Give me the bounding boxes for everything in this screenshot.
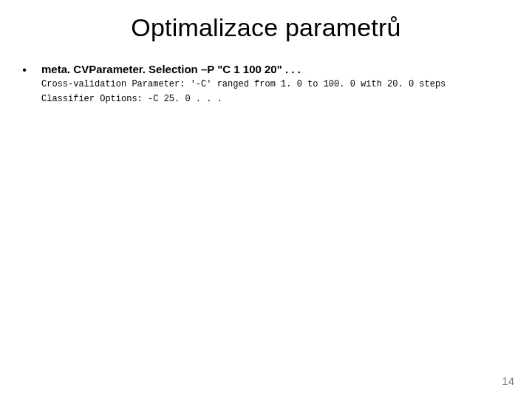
slide-title: Optimalizace parametrů xyxy=(0,0,532,63)
code-line-1: Cross-validation Parameter: '-C' ranged … xyxy=(41,78,511,90)
slide-content: • meta. CVParameter. Selection –P "C 1 1… xyxy=(0,63,532,105)
bullet-item: • meta. CVParameter. Selection –P "C 1 1… xyxy=(21,63,511,105)
bullet-body: meta. CVParameter. Selection –P "C 1 100… xyxy=(41,63,511,105)
bullet-heading: meta. CVParameter. Selection –P "C 1 100… xyxy=(41,63,511,75)
code-line-2: Classifier Options: -C 25. 0 . . . xyxy=(41,93,511,105)
bullet-marker: • xyxy=(21,63,28,76)
page-number: 14 xyxy=(502,375,514,387)
slide: Optimalizace parametrů • meta. CVParamet… xyxy=(0,0,532,399)
